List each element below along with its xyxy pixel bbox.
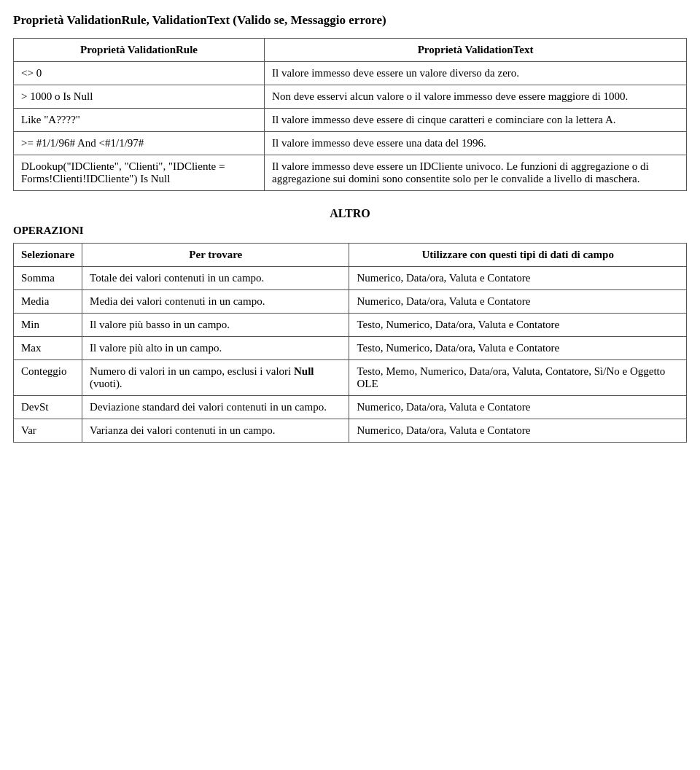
ops-col1-header: Selezionare xyxy=(14,244,82,267)
validation-table: Proprietà ValidationRule Proprietà Valid… xyxy=(13,38,687,191)
validation-text-cell: Il valore immesso deve essere un valore … xyxy=(265,62,687,85)
validation-rule-cell: >= #1/1/96# And <#1/1/97# xyxy=(14,132,265,155)
ops-use-cell: Numerico, Data/ora, Valuta e Contatore xyxy=(349,267,687,290)
ops-find-cell: Totale dei valori contenuti in un campo. xyxy=(82,267,349,290)
ops-col3-header: Utilizzare con questi tipi di dati di ca… xyxy=(349,244,687,267)
validation-text-cell: Non deve esservi alcun valore o il valor… xyxy=(265,85,687,109)
validation-col1-header: Proprietà ValidationRule xyxy=(14,39,265,62)
operations-table: Selezionare Per trovare Utilizzare con q… xyxy=(13,243,687,443)
validation-row: >= #1/1/96# And <#1/1/97#Il valore immes… xyxy=(14,132,687,155)
validation-rule-cell: <> 0 xyxy=(14,62,265,85)
altro-label: ALTRO xyxy=(13,207,687,220)
ops-row: VarVarianza dei valori contenuti in un c… xyxy=(14,419,687,443)
ops-row: MinIl valore più basso in un campo.Testo… xyxy=(14,314,687,337)
ops-use-cell: Testo, Numerico, Data/ora, Valuta e Cont… xyxy=(349,337,687,360)
ops-select-cell: DevSt xyxy=(14,396,82,419)
ops-row: SommaTotale dei valori contenuti in un c… xyxy=(14,267,687,290)
validation-text-cell: Il valore immesso deve essere una data d… xyxy=(265,132,687,155)
ops-row: DevStDeviazione standard dei valori cont… xyxy=(14,396,687,419)
ops-row: MaxIl valore più alto in un campo.Testo,… xyxy=(14,337,687,360)
ops-select-cell: Max xyxy=(14,337,82,360)
ops-find-cell: Media dei valori contenuti in un campo. xyxy=(82,290,349,314)
ops-find-cell: Il valore più alto in un campo. xyxy=(82,337,349,360)
operazioni-label: OPERAZIONI xyxy=(13,225,687,237)
validation-text-cell: Il valore immesso deve essere di cinque … xyxy=(265,109,687,132)
ops-col2-header: Per trovare xyxy=(82,244,349,267)
ops-find-cell: Numero di valori in un campo, esclusi i … xyxy=(82,360,349,396)
ops-use-cell: Testo, Numerico, Data/ora, Valuta e Cont… xyxy=(349,314,687,337)
validation-row: <> 0Il valore immesso deve essere un val… xyxy=(14,62,687,85)
ops-find-cell: Deviazione standard dei valori contenuti… xyxy=(82,396,349,419)
ops-row: MediaMedia dei valori contenuti in un ca… xyxy=(14,290,687,314)
validation-row: DLookup("IDCliente", "Clienti", "IDClien… xyxy=(14,155,687,191)
ops-find-cell: Varianza dei valori contenuti in un camp… xyxy=(82,419,349,443)
ops-row: ConteggioNumero di valori in un campo, e… xyxy=(14,360,687,396)
validation-row: Like "A????"Il valore immesso deve esser… xyxy=(14,109,687,132)
ops-use-cell: Numerico, Data/ora, Valuta e Contatore xyxy=(349,290,687,314)
ops-select-cell: Min xyxy=(14,314,82,337)
ops-use-cell: Numerico, Data/ora, Valuta e Contatore xyxy=(349,419,687,443)
validation-rule-cell: > 1000 o Is Null xyxy=(14,85,265,109)
ops-find-cell: Il valore più basso in un campo. xyxy=(82,314,349,337)
validation-text-cell: Il valore immesso deve essere un IDClien… xyxy=(265,155,687,191)
page-title: Proprietà ValidationRule, ValidationText… xyxy=(13,13,687,28)
validation-col2-header: Proprietà ValidationText xyxy=(265,39,687,62)
validation-row: > 1000 o Is NullNon deve esservi alcun v… xyxy=(14,85,687,109)
validation-rule-cell: DLookup("IDCliente", "Clienti", "IDClien… xyxy=(14,155,265,191)
ops-use-cell: Numerico, Data/ora, Valuta e Contatore xyxy=(349,396,687,419)
ops-use-cell: Testo, Memo, Numerico, Data/ora, Valuta,… xyxy=(349,360,687,396)
validation-rule-cell: Like "A????" xyxy=(14,109,265,132)
ops-select-cell: Conteggio xyxy=(14,360,82,396)
ops-select-cell: Media xyxy=(14,290,82,314)
ops-select-cell: Var xyxy=(14,419,82,443)
ops-select-cell: Somma xyxy=(14,267,82,290)
